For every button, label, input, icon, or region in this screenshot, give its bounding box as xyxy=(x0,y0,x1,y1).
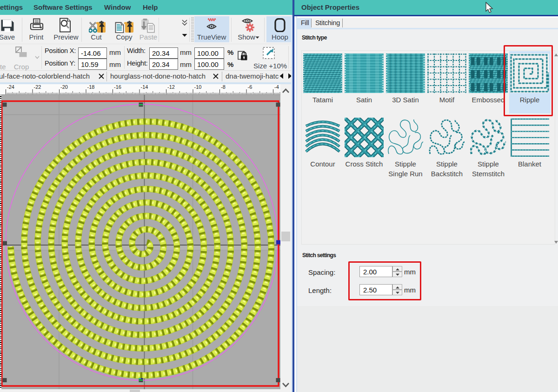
svg-text:-4: -4 xyxy=(274,84,279,90)
svg-text:-20: -20 xyxy=(60,84,68,90)
svg-text:-8: -8 xyxy=(221,84,226,90)
svg-text:-12: -12 xyxy=(167,84,175,90)
svg-text:-10: -10 xyxy=(194,84,202,90)
svg-text:-18: -18 xyxy=(87,84,95,90)
svg-text:-22: -22 xyxy=(34,84,41,90)
svg-text:-14: -14 xyxy=(141,84,148,90)
svg-text:-24: -24 xyxy=(7,84,14,90)
svg-text:-6: -6 xyxy=(248,84,252,90)
svg-text:-16: -16 xyxy=(114,84,121,90)
